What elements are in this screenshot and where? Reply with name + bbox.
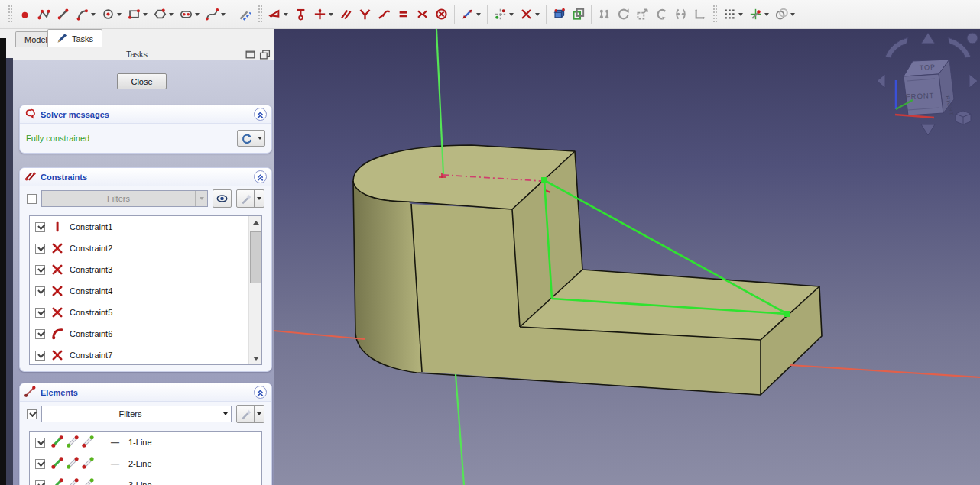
undock-panel-icon[interactable] <box>259 49 270 59</box>
sketch-vertex-right[interactable] <box>784 311 790 317</box>
create-slot-button[interactable] <box>177 4 203 25</box>
element-checkbox[interactable] <box>35 438 45 448</box>
rendering-order-button[interactable] <box>772 4 798 25</box>
nav-circle-icon[interactable] <box>967 33 978 44</box>
elements-filter-combo[interactable]: Filters <box>41 406 232 422</box>
tab-tasks[interactable]: Tasks <box>47 29 102 47</box>
constraint-checkbox[interactable] <box>35 222 45 232</box>
refresh-dropdown[interactable] <box>255 131 264 146</box>
constraints-filter-checkbox[interactable] <box>27 194 37 204</box>
constraint-checkbox[interactable] <box>35 265 45 275</box>
elements-settings-button[interactable] <box>236 405 264 423</box>
float-panel-icon[interactable] <box>245 49 255 59</box>
constraint-row[interactable]: Constraint5 <box>30 302 261 323</box>
chevron-down-icon[interactable] <box>764 13 769 16</box>
constraint-row[interactable]: Constraint3 <box>30 259 261 280</box>
3d-viewport[interactable]: TOP FRONT RIGHT <box>274 29 980 485</box>
toolbar-handle[interactable] <box>8 5 12 24</box>
chevron-down-icon[interactable] <box>91 13 96 16</box>
constraint-row[interactable]: Constraint2 <box>30 238 261 259</box>
nav-arrow-up-icon[interactable] <box>921 33 935 44</box>
chevron-down-icon[interactable] <box>169 13 174 16</box>
create-polyline-button[interactable] <box>34 4 54 25</box>
element-row[interactable]: — 2-Line <box>30 453 261 474</box>
toggle-grid-button[interactable] <box>720 4 746 25</box>
constraints-filter-combo[interactable]: Filters <box>41 190 208 207</box>
constrain-equal-button[interactable] <box>394 4 413 25</box>
chevron-down-icon[interactable] <box>476 13 481 16</box>
element-checkbox[interactable] <box>35 480 45 485</box>
constraint-checkbox[interactable] <box>35 308 45 318</box>
nav-iso-cube-icon[interactable] <box>956 111 971 124</box>
constrain-symmetric-button[interactable] <box>413 4 432 25</box>
constraint-row[interactable]: Constraint4 <box>30 280 261 302</box>
constrain-perpendicular-button[interactable] <box>355 4 375 25</box>
elements-filter-checkbox[interactable] <box>27 409 37 419</box>
create-bspline-button[interactable] <box>203 4 229 25</box>
element-checkbox[interactable] <box>35 459 45 469</box>
constraint-checkbox[interactable] <box>35 244 45 254</box>
constrain-distance-button[interactable] <box>310 4 336 25</box>
chevron-down-icon[interactable] <box>790 13 795 16</box>
close-button[interactable]: Close <box>117 73 167 89</box>
nav-arrow-down-icon[interactable] <box>921 124 935 135</box>
chevron-down-icon[interactable] <box>219 406 231 422</box>
show-hide-constraints-button[interactable] <box>213 189 232 208</box>
chevron-down-icon[interactable] <box>195 13 200 16</box>
constraints-list[interactable]: Constraint1 Constraint2 Constraint3 <box>29 215 262 365</box>
chevron-down-icon[interactable] <box>143 13 148 16</box>
chevron-down-icon[interactable] <box>535 13 540 16</box>
toggle-construction-geometry-button[interactable] <box>491 4 517 25</box>
constraint-checkbox[interactable] <box>35 329 45 339</box>
toolbar-handle[interactable] <box>258 5 262 24</box>
chevron-down-icon[interactable] <box>221 13 226 16</box>
chevron-down-icon[interactable] <box>284 13 288 16</box>
settings-dropdown[interactable] <box>254 190 264 207</box>
constraint-row[interactable]: Constraint7 <box>30 344 261 365</box>
navigation-cube[interactable]: TOP FRONT RIGHT <box>877 33 978 135</box>
nav-rotate-left-icon[interactable] <box>885 37 908 58</box>
chevron-down-icon[interactable] <box>117 13 122 16</box>
sketch-vertex-top[interactable] <box>541 177 547 183</box>
nav-arrow-right-icon[interactable] <box>969 74 978 88</box>
scroll-up-icon[interactable] <box>249 216 262 228</box>
element-row[interactable]: — 3-Line <box>30 474 261 485</box>
create-circle-button[interactable] <box>99 4 125 25</box>
constraint-row[interactable]: Constraint1 <box>30 216 261 238</box>
constrain-block-button[interactable] <box>432 4 451 25</box>
create-arc-button[interactable] <box>73 4 99 25</box>
model-solid[interactable] <box>353 145 822 395</box>
toolbar-handle[interactable] <box>712 5 717 24</box>
scrollbar-thumb[interactable] <box>250 231 261 283</box>
refresh-button[interactable] <box>237 130 265 147</box>
chevron-down-icon[interactable] <box>738 13 743 16</box>
constraint-checkbox[interactable] <box>35 351 45 361</box>
carbon-copy-button[interactable] <box>569 4 588 25</box>
scroll-down-icon[interactable] <box>249 352 262 364</box>
constrain-dimension-button[interactable] <box>458 4 484 25</box>
constrain-parallel-button[interactable] <box>336 4 355 25</box>
create-point-button[interactable] <box>15 4 34 25</box>
constrain-tangent-button[interactable] <box>375 4 394 25</box>
constraints-settings-button[interactable] <box>236 189 264 208</box>
element-row[interactable]: — 1-Line <box>30 432 261 453</box>
settings-dropdown[interactable] <box>254 406 264 422</box>
external-geometry-button[interactable] <box>235 4 255 25</box>
create-line-button[interactable] <box>54 4 73 25</box>
elements-list[interactable]: — 1-Line — 2-Line <box>29 431 262 485</box>
constrain-point-on-object-button[interactable] <box>291 4 310 25</box>
constraint-checkbox[interactable] <box>35 286 45 296</box>
create-rectangle-button[interactable] <box>125 4 151 25</box>
collapse-chevron-icon[interactable] <box>254 386 267 399</box>
trim-edge-button[interactable] <box>517 4 543 25</box>
chevron-down-icon[interactable] <box>509 13 514 16</box>
collapse-chevron-icon[interactable] <box>254 170 267 183</box>
chevron-down-icon[interactable] <box>329 13 333 16</box>
create-polygon-button[interactable] <box>151 4 177 25</box>
nav-arrow-left-icon[interactable] <box>877 74 885 88</box>
scrollbar[interactable] <box>248 216 261 364</box>
constraint-row[interactable]: Constraint6 <box>30 323 261 344</box>
toggle-snap-button[interactable] <box>746 4 772 25</box>
chevron-down-icon[interactable] <box>195 191 207 206</box>
validate-sketch-button[interactable] <box>550 4 569 25</box>
